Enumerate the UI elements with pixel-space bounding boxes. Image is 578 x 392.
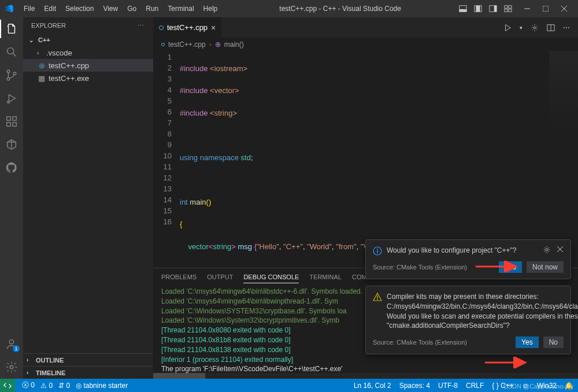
window-minimize[interactable] xyxy=(518,0,536,17)
close-icon[interactable] xyxy=(557,246,564,253)
warning-icon xyxy=(373,293,382,302)
chevron-right-icon: › xyxy=(27,357,34,363)
sidebar-title: EXPLORER xyxy=(31,22,66,29)
window-close[interactable] xyxy=(555,0,573,17)
tree-folder-vscode[interactable]: ›.vscode xyxy=(23,46,153,59)
layout-centered-icon[interactable] xyxy=(474,5,482,13)
svg-rect-36 xyxy=(377,295,377,298)
svg-rect-7 xyxy=(509,6,512,8)
svg-rect-3 xyxy=(476,6,480,12)
menu-terminal[interactable]: Terminal xyxy=(164,2,198,15)
gear-icon[interactable] xyxy=(543,246,551,254)
notification-message: Would you like to configure project "C++… xyxy=(387,246,533,256)
menu-view[interactable]: View xyxy=(99,2,122,15)
no-button[interactable]: No xyxy=(543,336,564,348)
activity-settings[interactable] xyxy=(5,360,18,374)
notification-compiler-kits: Compiler kits may be present in these di… xyxy=(365,286,571,354)
tree-file-testcpp[interactable]: ⊕testC++.cpp xyxy=(23,59,153,72)
outline-section[interactable]: ›OUTLINE xyxy=(23,353,153,366)
panel-tab-debug-console[interactable]: DEBUG CONSOLE xyxy=(243,271,299,283)
function-icon: ⊕ xyxy=(215,40,221,49)
svg-point-30 xyxy=(377,249,378,250)
menu-selection[interactable]: Selection xyxy=(61,2,98,15)
status-tabnine[interactable]: ◎ tabnine starter xyxy=(76,382,128,390)
file-tree: ⌄C++ ›.vscode ⊕testC++.cpp ▦testC++.exe xyxy=(23,34,153,353)
run-dropdown-icon[interactable]: ▾ xyxy=(520,25,523,31)
svg-point-19 xyxy=(8,101,10,103)
activity-github[interactable] xyxy=(5,161,18,175)
menu-file[interactable]: File xyxy=(20,2,39,15)
layout-grid-icon[interactable] xyxy=(504,5,512,13)
notification-source: Source: CMake Tools (Extension) xyxy=(373,339,467,346)
activity-bar: 1 xyxy=(0,17,23,379)
breadcrumb[interactable]: testC++.cpp › ⊕ main() xyxy=(153,38,578,51)
run-code-icon[interactable] xyxy=(503,24,512,32)
editor-settings-icon[interactable] xyxy=(531,24,539,32)
code-lines[interactable]: #include <iostream> #include <vector> #i… xyxy=(180,51,578,268)
svg-rect-31 xyxy=(377,250,377,253)
notification-configure-project: Would you like to configure project "C++… xyxy=(365,239,571,279)
tab-testcpp[interactable]: testC++.cpp × xyxy=(153,17,222,38)
editor-tabs: testC++.cpp × ▾ ⋯ xyxy=(153,17,578,38)
svg-point-17 xyxy=(7,77,10,80)
activity-account[interactable]: 1 xyxy=(5,337,18,351)
svg-point-32 xyxy=(546,249,548,251)
tree-root[interactable]: ⌄C++ xyxy=(23,34,153,46)
code-editor[interactable]: 12345678910111213141516 #include <iostre… xyxy=(153,51,578,268)
svg-rect-6 xyxy=(505,6,507,8)
menu-help[interactable]: Help xyxy=(199,2,222,15)
panel-tab-problems[interactable]: PROBLEMS xyxy=(161,271,197,283)
split-editor-icon[interactable] xyxy=(547,24,555,32)
tab-close-icon[interactable]: × xyxy=(211,23,216,32)
activity-search[interactable] xyxy=(5,45,18,59)
menu-run[interactable]: Run xyxy=(142,2,162,15)
svg-point-26 xyxy=(533,27,536,29)
timeline-section[interactable]: ›TIMELINE xyxy=(23,366,153,379)
activity-explorer[interactable] xyxy=(5,22,18,36)
main-menu: File Edit Selection View Go Run Terminal… xyxy=(20,2,221,15)
exe-file-icon: ▦ xyxy=(37,74,46,83)
chevron-right-icon: › xyxy=(27,369,34,376)
activity-extensions[interactable] xyxy=(5,114,18,128)
title-bar: File Edit Selection View Go Run Terminal… xyxy=(0,0,578,17)
menu-go[interactable]: Go xyxy=(123,2,140,15)
status-eol[interactable]: CRLF xyxy=(466,382,484,390)
cpp-file-icon: ⊕ xyxy=(37,61,46,70)
svg-point-37 xyxy=(377,299,378,300)
activity-source-control[interactable] xyxy=(5,68,18,82)
sidebar-more-icon[interactable]: ⋯ xyxy=(138,22,145,29)
status-warnings[interactable]: ⚠ 0 xyxy=(40,382,53,390)
status-cursor[interactable]: Ln 16, Col 2 xyxy=(354,382,391,390)
layout-sidebar-icon[interactable] xyxy=(489,5,497,13)
svg-rect-22 xyxy=(7,123,10,126)
activity-run-debug[interactable] xyxy=(5,91,18,105)
status-spaces[interactable]: Spaces: 4 xyxy=(399,382,430,390)
layout-panel-icon[interactable] xyxy=(459,5,467,13)
chevron-down-icon: ⌄ xyxy=(29,37,36,43)
menu-edit[interactable]: Edit xyxy=(40,2,60,15)
status-errors[interactable]: ⓧ 0 xyxy=(22,380,35,390)
minimap[interactable] xyxy=(549,51,578,132)
svg-rect-5 xyxy=(494,6,497,12)
yes-button[interactable]: Yes xyxy=(516,336,539,348)
svg-point-24 xyxy=(9,340,13,344)
chevron-right-icon: › xyxy=(37,50,44,56)
not-now-button[interactable]: Not now xyxy=(527,261,564,273)
tree-file-exe[interactable]: ▦testC++.exe xyxy=(23,72,153,84)
activity-docker[interactable] xyxy=(5,138,18,151)
panel-tab-output[interactable]: OUTPUT xyxy=(207,271,233,283)
svg-rect-8 xyxy=(505,9,507,12)
status-encoding[interactable]: UTF-8 xyxy=(438,382,458,390)
svg-rect-23 xyxy=(13,123,16,126)
yes-button[interactable]: Yes xyxy=(499,261,522,273)
status-ports[interactable]: ⇵ 0 xyxy=(58,382,70,390)
editor-more-icon[interactable]: ⋯ xyxy=(563,24,571,32)
cpp-tab-icon xyxy=(159,25,164,30)
remote-indicator[interactable] xyxy=(0,379,15,392)
panel-tab-terminal[interactable]: TERMINAL xyxy=(309,271,342,283)
svg-rect-11 xyxy=(543,6,549,12)
notification-message: Compiler kits may be present in these di… xyxy=(387,292,578,331)
window-maximize[interactable] xyxy=(536,0,555,17)
panel-scrollbar[interactable] xyxy=(153,373,578,379)
window-title: testC++.cpp - C++ - Visual Studio Code xyxy=(221,5,459,13)
